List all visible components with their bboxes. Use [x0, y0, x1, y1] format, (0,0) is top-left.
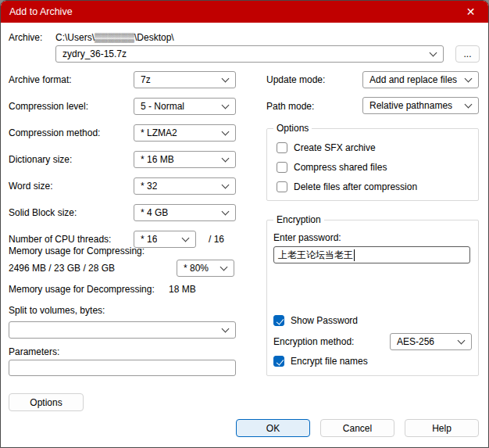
update-mode-select[interactable]: Add and replace files: [362, 71, 479, 88]
encryption-group: Encryption Enter password: 上老王论坛当老王 Show…: [266, 220, 479, 376]
archive-name-value: zydry_36-15.7z: [62, 48, 127, 59]
compression-method-label: Compression method:: [9, 127, 100, 139]
ok-button[interactable]: OK: [236, 419, 310, 437]
password-value: 上老王论坛当老王: [278, 249, 353, 262]
create-sfx-checkbox-row[interactable]: Create SFX archive: [277, 142, 376, 153]
show-password-checkbox-row[interactable]: Show Password: [273, 315, 358, 326]
chevron-down-icon: [222, 207, 230, 215]
archive-format-select[interactable]: 7z: [134, 71, 236, 88]
ok-button-label: OK: [266, 423, 280, 434]
archive-name-combo[interactable]: zydry_36-15.7z: [55, 45, 444, 63]
update-mode-value: Add and replace files: [369, 74, 457, 85]
chevron-down-icon: [220, 263, 228, 271]
password-label: Enter password:: [273, 231, 341, 244]
path-mode-label: Path mode:: [266, 100, 314, 113]
chevron-down-icon: [222, 324, 230, 332]
chevron-down-icon: [465, 100, 473, 108]
encryption-method-select[interactable]: AES-256: [390, 333, 472, 350]
browse-button-label: ...: [463, 48, 471, 59]
chevron-down-icon: [182, 234, 190, 242]
create-sfx-checkbox[interactable]: [277, 142, 287, 153]
cpu-threads-value: * 16: [141, 234, 157, 245]
parameters-input[interactable]: [9, 360, 236, 376]
solid-block-size-value: * 4 GB: [141, 207, 168, 218]
memory-decompress-label: Memory usage for Decompressing:: [9, 283, 155, 296]
encryption-method-label: Encryption method:: [273, 335, 354, 348]
close-icon: ✕: [466, 5, 476, 18]
dictionary-size-value: * 16 MB: [141, 154, 174, 165]
chevron-down-icon: [465, 74, 473, 82]
memory-usage-value: * 80%: [184, 263, 209, 274]
encrypt-names-label: Encrypt file names: [291, 356, 368, 367]
chevron-down-icon: [222, 74, 230, 82]
parameters-label: Parameters:: [9, 346, 59, 358]
path-mode-value: Relative pathnames: [369, 100, 452, 111]
cpu-threads-max: / 16: [209, 233, 224, 246]
archive-label: Archive:: [9, 31, 42, 44]
solid-block-size-label: Solid Block size:: [9, 206, 77, 219]
compress-shared-label: Compress shared files: [294, 162, 387, 173]
cancel-button[interactable]: Cancel: [320, 419, 394, 437]
delete-after-checkbox-row[interactable]: Delete files after compression: [277, 181, 417, 192]
show-password-checkbox[interactable]: [273, 315, 284, 326]
chevron-down-icon: [222, 127, 230, 135]
chevron-down-icon: [222, 181, 230, 188]
dictionary-size-label: Dictionary size:: [9, 153, 72, 166]
archive-format-label: Archive format:: [9, 73, 72, 86]
compression-level-label: Compression level:: [9, 100, 88, 113]
close-button[interactable]: ✕: [453, 1, 488, 23]
archive-path: C:\Users\▒▒▒▒▒▒\Desktop\: [55, 31, 174, 44]
word-size-value: * 32: [141, 181, 157, 192]
path-mode-select[interactable]: Relative pathnames: [362, 97, 479, 114]
memory-compress-label: Memory usage for Compressing:: [9, 245, 145, 257]
encryption-group-title: Encryption: [273, 214, 324, 225]
chevron-down-icon: [458, 336, 466, 344]
memory-decompress-value: 18 MB: [169, 283, 196, 296]
browse-button[interactable]: ...: [455, 45, 480, 63]
title-bar[interactable]: Add to Archive ✕: [1, 1, 488, 23]
compress-shared-checkbox-row[interactable]: Compress shared files: [277, 162, 387, 173]
word-size-label: Word size:: [9, 180, 52, 192]
memory-compress-detail: 2496 MB / 23 GB / 28 GB: [9, 262, 115, 274]
compression-level-value: 5 - Normal: [141, 101, 184, 112]
help-button[interactable]: Help: [405, 419, 479, 437]
add-to-archive-dialog: Add to Archive ✕ Archive: C:\Users\▒▒▒▒▒…: [0, 0, 489, 448]
encrypt-names-checkbox-row[interactable]: Encrypt file names: [273, 356, 368, 367]
chevron-down-icon: [222, 101, 230, 109]
options-group-title: Options: [273, 123, 312, 134]
split-volumes-label: Split to volumes, bytes:: [9, 304, 105, 317]
encrypt-names-checkbox[interactable]: [273, 356, 284, 367]
encryption-method-value: AES-256: [397, 336, 434, 347]
create-sfx-label: Create SFX archive: [294, 142, 376, 153]
solid-block-size-select[interactable]: * 4 GB: [134, 204, 236, 221]
help-button-label: Help: [432, 423, 452, 434]
update-mode-label: Update mode:: [266, 73, 325, 86]
password-input[interactable]: 上老王论坛当老王: [273, 246, 470, 263]
delete-after-checkbox[interactable]: [277, 181, 287, 192]
split-volumes-combo[interactable]: [9, 321, 236, 339]
cancel-button-label: Cancel: [343, 423, 372, 434]
text-cursor: [354, 249, 355, 261]
dictionary-size-select[interactable]: * 16 MB: [134, 151, 236, 168]
word-size-select[interactable]: * 32: [134, 177, 236, 195]
compression-method-select[interactable]: * LZMA2: [134, 124, 236, 142]
chevron-down-icon: [222, 154, 230, 162]
window-title: Add to Archive: [1, 6, 73, 17]
options-group: Options Create SFX archive Compress shar…: [266, 128, 479, 201]
options-button-label: Options: [30, 397, 62, 408]
compression-level-select[interactable]: 5 - Normal: [134, 98, 236, 115]
chevron-down-icon: [430, 48, 437, 56]
compression-method-value: * LZMA2: [141, 127, 177, 138]
cpu-threads-label: Number of CPU threads:: [9, 233, 111, 246]
delete-after-label: Delete files after compression: [294, 181, 417, 192]
archive-format-value: 7z: [141, 74, 151, 85]
options-button[interactable]: Options: [9, 393, 84, 411]
show-password-label: Show Password: [291, 315, 358, 326]
compress-shared-checkbox[interactable]: [277, 162, 287, 173]
memory-usage-select[interactable]: * 80%: [177, 260, 234, 277]
